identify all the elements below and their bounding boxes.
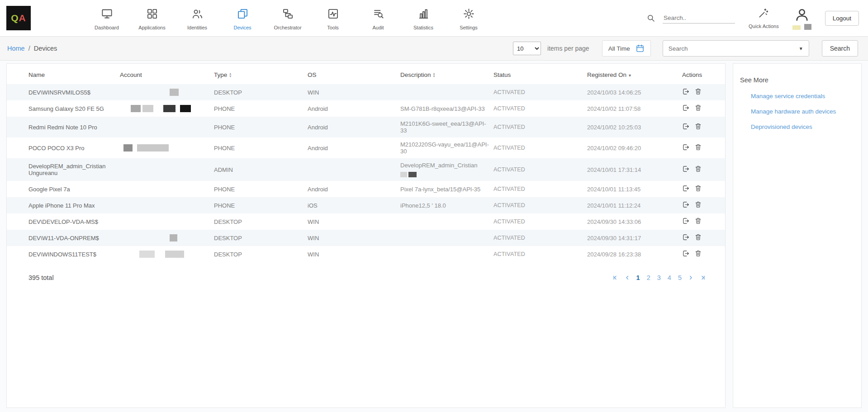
delete-device-button[interactable]: [694, 123, 702, 132]
page-number-1[interactable]: 1: [636, 274, 640, 281]
filter-search-input[interactable]: [669, 45, 799, 52]
column-header-registered-on[interactable]: Registered On▾: [587, 64, 682, 84]
nav-item-dashboard[interactable]: Dashboard: [84, 6, 129, 30]
delete-device-button[interactable]: [694, 233, 702, 242]
redacted-block: [170, 234, 177, 242]
cell-actions: [682, 100, 725, 117]
see-more-title: See More: [740, 76, 857, 84]
breadcrumb-home-link[interactable]: Home: [7, 45, 25, 52]
trash-icon: [694, 201, 702, 208]
user-avatar[interactable]: [792, 6, 811, 30]
nav-item-audit[interactable]: Audit: [356, 6, 401, 30]
sort-icon: ▴▾: [229, 72, 231, 78]
tools-icon: [327, 8, 339, 22]
see-more-link[interactable]: Deprovisioned devices: [751, 123, 857, 130]
nav-item-identities[interactable]: Identities: [175, 6, 220, 30]
see-more-link[interactable]: Manage hardware auth devices: [751, 108, 857, 115]
delete-device-button[interactable]: [694, 165, 702, 174]
trash-icon: [694, 143, 702, 151]
last-page-button[interactable]: [700, 275, 706, 281]
nav-item-settings[interactable]: Settings: [446, 6, 491, 30]
cell-actions: [682, 158, 725, 181]
nav-item-devices[interactable]: Devices: [220, 6, 265, 30]
page-number-5[interactable]: 5: [678, 274, 682, 281]
nav-item-applications[interactable]: Applications: [129, 6, 175, 30]
delete-device-button[interactable]: [694, 201, 702, 210]
delete-device-button[interactable]: [694, 185, 702, 194]
column-header-description[interactable]: Description▴▾: [400, 64, 493, 84]
cell-registered-on: 2024/10/01 17:31:14: [587, 158, 682, 181]
delete-device-button[interactable]: [694, 217, 702, 226]
cell-actions: [682, 230, 725, 246]
search-icon[interactable]: [646, 14, 655, 23]
nav-item-tools[interactable]: Tools: [310, 6, 356, 30]
device-row: POCO POCO X3 ProPHONEAndroidM2102J20SG-v…: [7, 137, 725, 158]
open-device-button[interactable]: [682, 104, 690, 113]
cell-actions: [682, 84, 725, 100]
open-device-button[interactable]: [682, 165, 690, 174]
trash-icon: [694, 185, 702, 192]
launch-icon: [682, 143, 690, 151]
column-header-type[interactable]: Type▴▾: [214, 64, 308, 84]
delete-device-button[interactable]: [694, 88, 702, 97]
open-device-button[interactable]: [682, 233, 690, 242]
cell-name: DevelopREM_admin_Cristian Ungureanu: [7, 158, 120, 181]
cell-name: Redmi Redmi Note 10 Pro: [7, 117, 120, 137]
page-number-4[interactable]: 4: [668, 274, 671, 281]
cell-description: SM-G781B-r8qxeea/13@API-33: [400, 100, 493, 117]
cell-status: ACTIVATED: [493, 181, 587, 197]
launch-icon: [682, 104, 690, 112]
cell-status: ACTIVATED: [493, 213, 587, 230]
page-number-3[interactable]: 3: [657, 274, 661, 281]
filter-search-combobox[interactable]: ▼: [663, 40, 809, 57]
cell-description: M2101K6G-sweet_eea/13@API-33: [400, 117, 493, 137]
cell-os: Android: [308, 181, 400, 197]
items-per-page-select[interactable]: 10: [513, 42, 541, 55]
cell-account: [120, 230, 214, 246]
cell-actions: [682, 213, 725, 230]
prev-page-button[interactable]: [624, 275, 631, 281]
device-row: DEV\DEVELOP-VDA-MS$DESKTOPWINACTIVATED20…: [7, 213, 725, 230]
main-nav: Dashboard Applications Identities Device…: [84, 6, 491, 30]
open-device-button[interactable]: [682, 123, 690, 132]
global-search-input[interactable]: [663, 13, 735, 24]
trash-icon: [694, 104, 702, 112]
page-number-2[interactable]: 2: [647, 274, 650, 281]
orchestrator-icon: [282, 8, 294, 22]
next-page-button[interactable]: [688, 275, 694, 281]
quick-actions-button[interactable]: Quick Actions: [749, 7, 779, 29]
open-device-button[interactable]: [682, 250, 690, 259]
nav-item-orchestrator[interactable]: Orchestrator: [265, 6, 310, 30]
nav-label: Audit: [372, 25, 384, 30]
table-header-row: Name Account Type▴▾ OS Description▴▾ Sta…: [7, 64, 725, 84]
open-device-button[interactable]: [682, 185, 690, 194]
delete-device-button[interactable]: [694, 104, 702, 113]
search-button[interactable]: Search: [822, 40, 858, 57]
open-device-button[interactable]: [682, 88, 690, 97]
device-row: Apple iPhone 11 Pro MaxPHONEiOSiPhone12,…: [7, 197, 725, 213]
app-logo[interactable]: QA: [6, 6, 31, 30]
cell-registered-on: 2024/09/30 14:31:17: [587, 230, 682, 246]
delete-device-button[interactable]: [694, 143, 702, 152]
cell-account: [120, 84, 214, 100]
cell-name: DEV\WINDOWS11TEST$: [7, 246, 120, 262]
quick-actions-label: Quick Actions: [749, 24, 779, 29]
cell-name: DEV\W11-VDA-ONPREM$: [7, 230, 120, 246]
time-filter-button[interactable]: All Time: [602, 40, 651, 57]
cell-os: [308, 158, 400, 181]
open-device-button[interactable]: [682, 201, 690, 210]
first-page-button[interactable]: [612, 275, 618, 281]
open-device-button[interactable]: [682, 217, 690, 226]
cell-registered-on: 2024/10/01 11:13:45: [587, 181, 682, 197]
nav-label: Settings: [460, 25, 478, 30]
open-device-button[interactable]: [682, 143, 690, 152]
see-more-link[interactable]: Manage service credentials: [751, 93, 857, 99]
sort-desc-icon: ▾: [629, 73, 631, 78]
filter-bar: Home / Devices 10 items per page All Tim…: [0, 36, 868, 61]
cell-os: WIN: [308, 246, 400, 262]
nav-item-statistics[interactable]: Statistics: [401, 6, 446, 30]
logout-button[interactable]: Logout: [825, 11, 859, 26]
nav-label: Statistics: [413, 25, 433, 30]
cell-actions: [682, 197, 725, 213]
delete-device-button[interactable]: [694, 250, 702, 259]
